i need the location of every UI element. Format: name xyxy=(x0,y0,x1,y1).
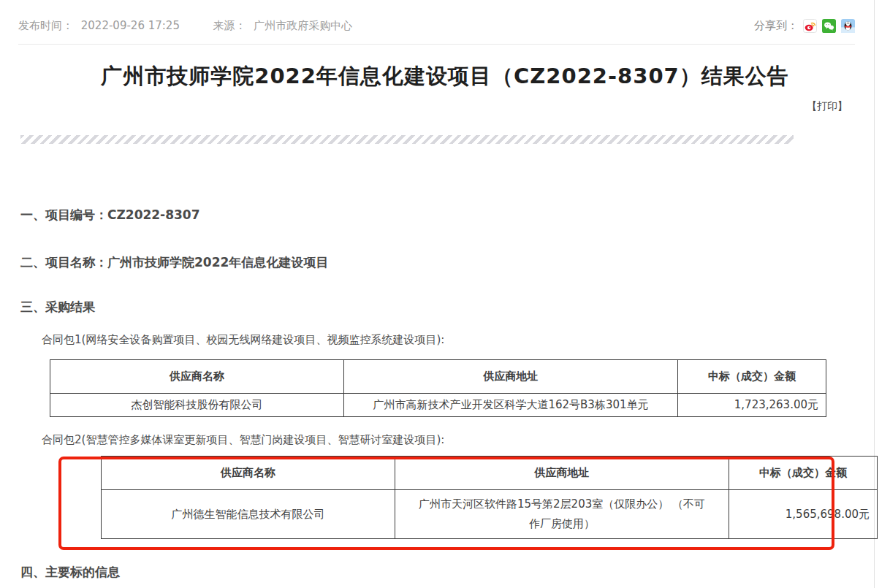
column-header-supplier-name: 供应商名称 xyxy=(50,360,344,394)
award-amount-cell: 1,565,698.00元 xyxy=(729,490,878,539)
wechat-icon[interactable] xyxy=(822,19,836,33)
column-header-award-amount: 中标（成交）金额 xyxy=(729,457,878,490)
publish-time-label: 发布时间： xyxy=(18,19,73,32)
print-button[interactable]: 【打印】 xyxy=(807,100,848,112)
publish-info: 发布时间： 2022-09-26 17:25 来源： 广州市政府采购中心 xyxy=(18,19,357,33)
meta-bar: 发布时间： 2022-09-26 17:25 来源： 广州市政府采购中心 分享到… xyxy=(18,0,855,45)
announcement-page: 发布时间： 2022-09-26 17:25 来源： 广州市政府采购中心 分享到… xyxy=(0,0,890,588)
supplier-name-cell: 广州德生智能信息技术有限公司 xyxy=(102,490,395,539)
section-project-number: 一、项目编号：CZ2022-8307 xyxy=(20,207,890,224)
package1-intro: 合同包1(网络安全设备购置项目、校园无线网络建设项目、视频监控系统建设项目): xyxy=(42,333,890,347)
column-header-supplier-name: 供应商名称 xyxy=(102,457,395,490)
package1-data-row: 杰创智能科技股份有限公司 广州市高新技术产业开发区科学大道162号B3栋301单… xyxy=(50,394,826,417)
column-header-award-amount: 中标（成交）金额 xyxy=(678,360,826,394)
source-value: 广州市政府采购中心 xyxy=(254,19,352,32)
supplier-address-cell: 广州市高新技术产业开发区科学大道162号B3栋301单元 xyxy=(344,394,678,417)
package2-table: 供应商名称 供应商地址 中标（成交）金额 广州德生智能信息技术有限公司 广州市天… xyxy=(101,456,878,539)
package2-data-row: 广州德生智能信息技术有限公司 广州市天河区软件路15号第2层203室（仅限办公）… xyxy=(102,490,878,539)
publish-time-value: 2022-09-26 17:25 xyxy=(81,19,180,32)
column-header-supplier-address: 供应商地址 xyxy=(395,457,729,490)
package2-intro: 合同包2(智慧管控多媒体课室更新项目、智慧门岗建设项目、智慧研讨室建设项目): xyxy=(42,433,890,447)
column-header-supplier-address: 供应商地址 xyxy=(344,360,678,394)
hatched-divider xyxy=(20,135,794,144)
share-bar: 分享到： xyxy=(754,19,855,33)
section-subject-info: 四、主要标的信息 xyxy=(20,564,890,581)
print-row: 【打印】 xyxy=(0,99,848,113)
section-project-name: 二、项目名称：广州市技师学院2022年信息化建设项目 xyxy=(20,254,890,271)
package1-header-row: 供应商名称 供应商地址 中标（成交）金额 xyxy=(50,360,826,394)
supplier-name-cell: 杰创智能科技股份有限公司 xyxy=(50,394,344,417)
package2-header-row: 供应商名称 供应商地址 中标（成交）金额 xyxy=(102,457,878,490)
source-label: 来源： xyxy=(213,19,246,32)
supplier-address-cell: 广州市天河区软件路15号第2层203室（仅限办公） （不可作厂房使用） xyxy=(395,490,729,539)
weibo-icon[interactable] xyxy=(803,19,817,33)
page-title: 广州市技师学院2022年信息化建设项目（CZ2022-8307）结果公告 xyxy=(22,62,868,91)
share-label: 分享到： xyxy=(754,19,798,33)
section-procurement-result: 三、采购结果 xyxy=(20,299,890,316)
qq-icon[interactable] xyxy=(841,19,855,33)
package1-table: 供应商名称 供应商地址 中标（成交）金额 杰创智能科技股份有限公司 广州市高新技… xyxy=(50,359,826,417)
award-amount-cell: 1,723,263.00元 xyxy=(678,394,826,417)
package2-highlighted-area: 供应商名称 供应商地址 中标（成交）金额 广州德生智能信息技术有限公司 广州市天… xyxy=(51,456,855,558)
